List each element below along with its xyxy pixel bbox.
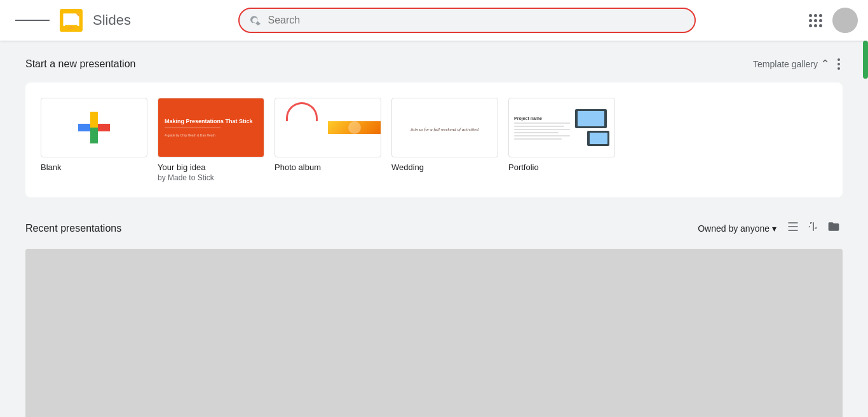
making-thumb-title: Making Presentations That Stick <box>165 118 253 125</box>
making-thumb-author: A guide by Chip Heath & Dan Heath <box>165 133 215 137</box>
search-input[interactable] <box>268 15 684 26</box>
template-blank[interactable]: Blank <box>41 98 147 182</box>
template-your-big-idea[interactable]: Making Presentations That Stick A guide … <box>158 98 264 182</box>
menu-button[interactable] <box>10 13 55 28</box>
templates-section-title: Start a new presentation <box>25 58 135 70</box>
app-title: Slides <box>93 12 131 29</box>
wedding-lines <box>442 134 447 141</box>
view-icons <box>784 218 843 239</box>
portfolio-line-4 <box>514 132 559 133</box>
portfolio-line-2 <box>514 126 564 127</box>
portfolio-left: Project name <box>514 116 570 140</box>
chevron-icon: ⌃ <box>820 57 830 71</box>
search-container <box>144 8 791 33</box>
template-portfolio-name: Portfolio <box>508 162 615 172</box>
template-wedding-thumb: Join us for a fall weekend of activities… <box>391 98 498 157</box>
header-left: Slides <box>10 9 131 32</box>
template-photo-album-name: Photo album <box>275 162 381 172</box>
portfolio-right <box>575 109 609 146</box>
recent-controls: Owned by anyone ▾ <box>698 218 843 239</box>
template-gallery-button[interactable]: Template gallery ⌃ <box>753 57 830 71</box>
recent-header: Recent presentations Owned by anyone ▾ <box>25 218 843 239</box>
avatar[interactable] <box>832 8 858 33</box>
tablet-icon <box>587 131 609 146</box>
portfolio-line-3 <box>514 129 570 130</box>
scrollbar-track[interactable] <box>863 41 868 417</box>
template-blank-name: Blank <box>41 162 147 172</box>
svg-rect-4 <box>70 26 72 28</box>
slides-logo-icon <box>60 9 83 32</box>
recent-title: Recent presentations <box>25 223 121 234</box>
more-options-button[interactable] <box>835 56 843 72</box>
templates-section-header: Start a new presentation Template galler… <box>25 56 843 72</box>
list-view-button[interactable] <box>784 218 802 239</box>
template-wedding-name: Wedding <box>391 162 498 172</box>
template-making-thumb: Making Presentations That Stick A guide … <box>158 98 264 157</box>
tablet-screen <box>590 133 607 144</box>
header-right <box>804 8 858 33</box>
recent-section: Recent presentations Owned by anyone ▾ <box>25 218 843 417</box>
search-box <box>238 8 696 33</box>
making-line <box>165 128 220 128</box>
template-your-big-idea-name: Your big idea <box>158 162 264 172</box>
template-photo-thumb <box>275 98 381 157</box>
wedding-thumb-title: Join us for a fall weekend of activities… <box>410 127 480 132</box>
template-wedding[interactable]: Join us for a fall weekend of activities… <box>391 98 498 182</box>
grid-dots-icon <box>809 14 822 27</box>
svg-rect-3 <box>65 25 78 26</box>
scrollbar-thumb[interactable] <box>863 41 868 79</box>
header: Slides <box>0 0 868 41</box>
section-actions: Template gallery ⌃ <box>753 56 843 72</box>
owned-by-button[interactable]: Owned by anyone ▾ <box>698 223 776 234</box>
main-content: Start a new presentation Template galler… <box>0 41 868 417</box>
sort-button[interactable] <box>804 218 822 239</box>
monitor-screen <box>578 111 604 126</box>
template-your-big-idea-sub: by Made to Stick <box>158 173 264 182</box>
svg-rect-5 <box>67 28 76 29</box>
templates-grid: Blank Making Presentations That Stick A … <box>25 83 843 197</box>
search-icon <box>250 14 262 27</box>
folder-button[interactable] <box>825 218 843 239</box>
recent-presentations-area <box>25 249 843 417</box>
portfolio-title-line: Project name <box>514 116 553 121</box>
template-portfolio-thumb: Project name <box>508 98 615 157</box>
google-cross-icon <box>78 112 110 143</box>
portfolio-line-1 <box>514 122 570 124</box>
portfolio-line-6 <box>514 138 562 140</box>
monitor-icon <box>575 109 607 128</box>
wedding-banner <box>444 114 446 124</box>
svg-rect-1 <box>63 13 79 26</box>
apps-button[interactable] <box>804 9 827 32</box>
dropdown-arrow-icon: ▾ <box>772 223 776 234</box>
template-portfolio[interactable]: Project name Portfolio <box>508 98 615 182</box>
photo-right <box>328 121 381 134</box>
template-blank-thumb <box>41 98 147 157</box>
portfolio-line-5 <box>514 135 570 136</box>
template-photo-album[interactable]: Photo album <box>275 98 381 182</box>
